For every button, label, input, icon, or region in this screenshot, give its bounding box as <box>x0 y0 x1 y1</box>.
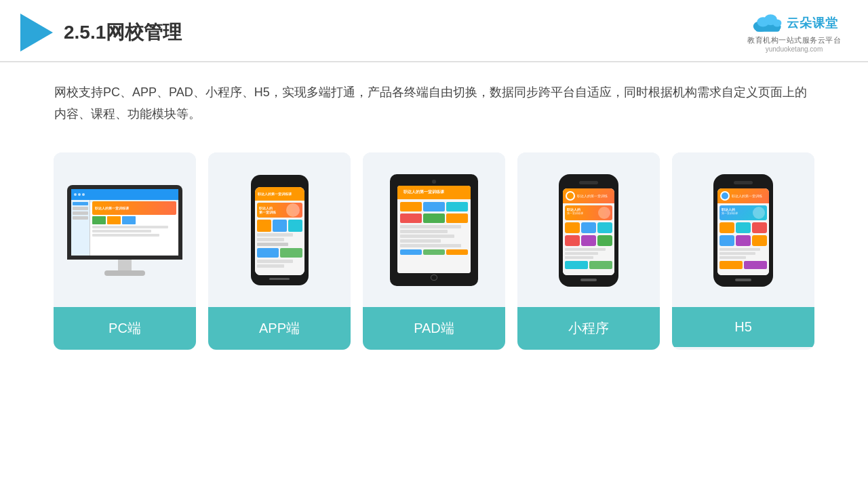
card-h5-label: H5 <box>672 307 814 347</box>
card-h5: 职达人的第一堂训练 职达人的 第一堂训练课 <box>672 152 814 350</box>
card-miniprogram: 职达人的第一堂训练 职达人的 第一堂训练课 <box>517 152 660 350</box>
card-pc: 职达人的第一堂训练课 <box>54 152 196 350</box>
svg-point-6 <box>773 19 782 26</box>
smartphone-mockup-miniprogram: 职达人的第一堂训练 职达人的 第一堂训练课 <box>559 174 618 287</box>
page-title: 2.5.1网校管理 <box>64 20 182 45</box>
card-pc-image: 职达人的第一堂训练课 <box>54 152 196 302</box>
brand-tagline: 教育机构一站式服务云平台 <box>747 35 841 45</box>
header: 2.5.1网校管理 云朵课堂 教育机构一站式服务云平台 yunduoketang… <box>0 0 868 62</box>
brand-name: 云朵课堂 <box>787 15 838 31</box>
cards-container: 职达人的第一堂训练课 <box>0 132 868 370</box>
card-app-label: APP端 <box>208 307 351 350</box>
cloud-icon <box>750 12 783 34</box>
phone-mockup-app: 职达人的第一堂训练课 职达人的第一堂训练 <box>251 175 309 285</box>
brand-logo-top: 云朵课堂 <box>750 12 838 34</box>
brand-logo: 云朵课堂 教育机构一站式服务云平台 yunduoketang.com <box>747 12 841 53</box>
card-app-image: 职达人的第一堂训练课 职达人的第一堂训练 <box>208 152 351 302</box>
card-pad-label: PAD端 <box>363 307 505 350</box>
header-left: 2.5.1网校管理 <box>20 14 182 52</box>
card-miniprogram-image: 职达人的第一堂训练 职达人的 第一堂训练课 <box>517 152 660 302</box>
card-miniprogram-label: 小程序 <box>517 307 660 350</box>
svg-rect-3 <box>755 26 780 32</box>
card-app: 职达人的第一堂训练课 职达人的第一堂训练 <box>208 152 351 350</box>
pc-monitor-icon: 职达人的第一堂训练课 <box>67 185 182 276</box>
card-pc-label: PC端 <box>54 307 196 350</box>
smartphone-mockup-h5: 职达人的第一堂训练 职达人的 第一堂训练课 <box>713 174 773 287</box>
brand-url: yunduoketang.com <box>766 45 823 53</box>
tablet-mockup-pad: 职达人的第一堂训练课 <box>390 174 478 286</box>
card-pad: 职达人的第一堂训练课 <box>363 152 505 350</box>
logo-triangle-icon <box>20 14 53 52</box>
card-h5-image: 职达人的第一堂训练 职达人的 第一堂训练课 <box>672 152 814 302</box>
card-pad-image: 职达人的第一堂训练课 <box>363 152 505 302</box>
description-text: 网校支持PC、APP、PAD、小程序、H5，实现多端打通，产品各终端自由切换，数… <box>0 62 868 132</box>
